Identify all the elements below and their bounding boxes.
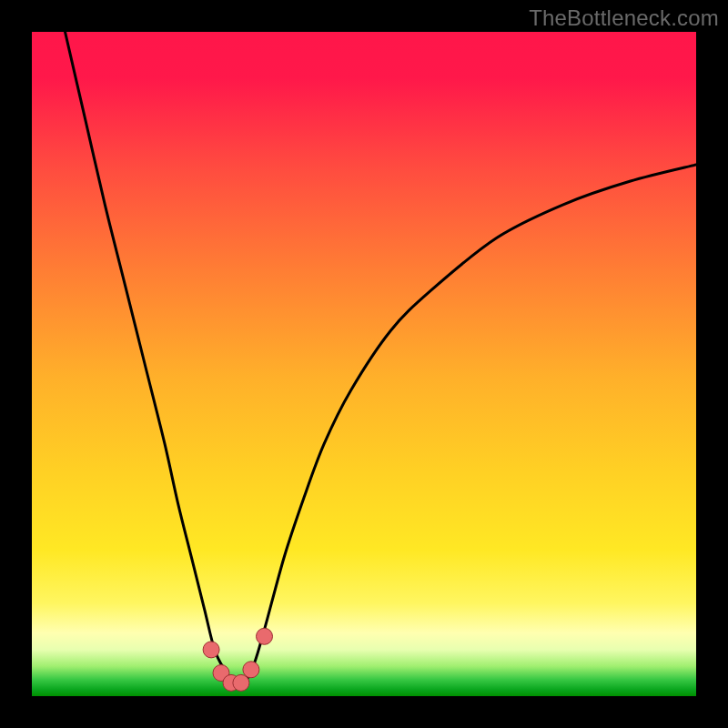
curve-marker (243, 662, 259, 678)
curve-marker (203, 642, 219, 658)
highlight-markers (203, 628, 272, 691)
curve-marker (257, 628, 273, 644)
watermark-text: TheBottleneck.com (529, 5, 719, 31)
plot-area (32, 32, 696, 696)
curve-marker (233, 674, 249, 691)
bottleneck-curve (32, 32, 696, 696)
chart-frame: TheBottleneck.com (0, 0, 728, 728)
